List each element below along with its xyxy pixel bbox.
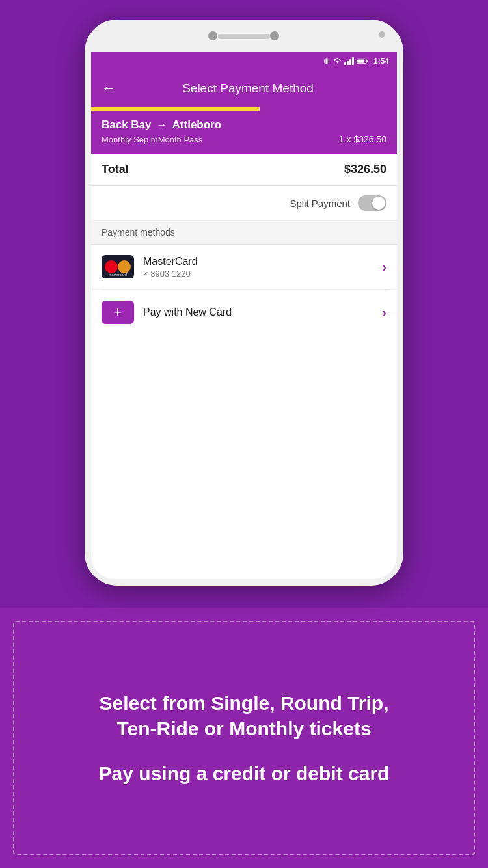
new-card-info: Pay with New Card — [143, 306, 373, 318]
svg-rect-5 — [366, 60, 368, 62]
new-card-item[interactable]: + Pay with New Card › — [91, 290, 397, 334]
route-summary: Back Bay → Attleboro Monthly Sep mMonth … — [91, 111, 397, 154]
split-payment-toggle[interactable] — [358, 195, 386, 211]
svg-rect-1 — [324, 60, 325, 63]
header-title: Select Payment Method — [129, 81, 367, 96]
phone-camera-right — [270, 31, 279, 40]
mastercard-item[interactable]: mastercard MasterCard × 8903 1220 › — [91, 245, 397, 290]
card-name: MasterCard — [143, 256, 373, 267]
split-payment-row: Split Payment — [91, 186, 397, 221]
mastercard-chevron: › — [382, 260, 386, 275]
phone-speaker — [218, 34, 270, 39]
card-detail: × 8903 1220 — [143, 269, 373, 278]
new-card-label: Pay with New Card — [143, 306, 373, 318]
svg-rect-0 — [325, 59, 327, 64]
promo-text-2: Pay using a credit or debit card — [99, 761, 390, 786]
promo-area: Select from Single, Round Trip, Ten-Ride… — [0, 608, 488, 868]
header: ← Select Payment Method — [91, 70, 397, 107]
signal-icon — [344, 57, 354, 65]
mc-circle-right — [118, 260, 131, 273]
status-bar: 1:54 — [91, 52, 397, 70]
card-info: MasterCard × 8903 1220 — [143, 256, 373, 278]
wifi-icon — [333, 57, 342, 65]
mc-circle-left — [105, 260, 118, 273]
total-label: Total — [102, 163, 129, 176]
mastercard-text: mastercard — [109, 273, 127, 277]
plus-icon-box: + — [102, 301, 134, 324]
promo-text-1: Select from Single, Round Trip, Ten-Ride… — [99, 690, 388, 741]
phone-frame: 1:54 ← Select Payment Method Back Bay → … — [85, 20, 403, 586]
new-card-chevron: › — [382, 305, 386, 320]
mastercard-icon: mastercard — [102, 255, 134, 278]
route-destination: Attleboro — [172, 118, 222, 131]
total-bar: Total $326.50 — [91, 154, 397, 186]
status-time: 1:54 — [373, 57, 389, 66]
route-origin: Back Bay — [102, 118, 152, 131]
phone-button — [379, 31, 385, 38]
svg-rect-4 — [357, 59, 364, 62]
route-quantity: 1 x $326.50 — [339, 134, 386, 144]
phone-camera-left — [208, 31, 217, 40]
plus-icon: + — [114, 305, 122, 319]
route-pass-type: Monthly Sep mMonth Pass — [102, 135, 202, 144]
toggle-knob — [372, 197, 385, 210]
vibrate-icon — [323, 57, 331, 65]
split-payment-label: Split Payment — [290, 198, 350, 209]
total-amount: $326.50 — [344, 163, 386, 176]
back-button[interactable]: ← — [102, 80, 116, 97]
route-arrow: → — [157, 119, 167, 131]
battery-icon — [357, 57, 368, 65]
screen: 1:54 ← Select Payment Method Back Bay → … — [91, 52, 397, 579]
status-icons: 1:54 — [323, 57, 389, 66]
svg-rect-2 — [329, 60, 329, 63]
payment-methods-header: Payment methods — [91, 221, 397, 245]
